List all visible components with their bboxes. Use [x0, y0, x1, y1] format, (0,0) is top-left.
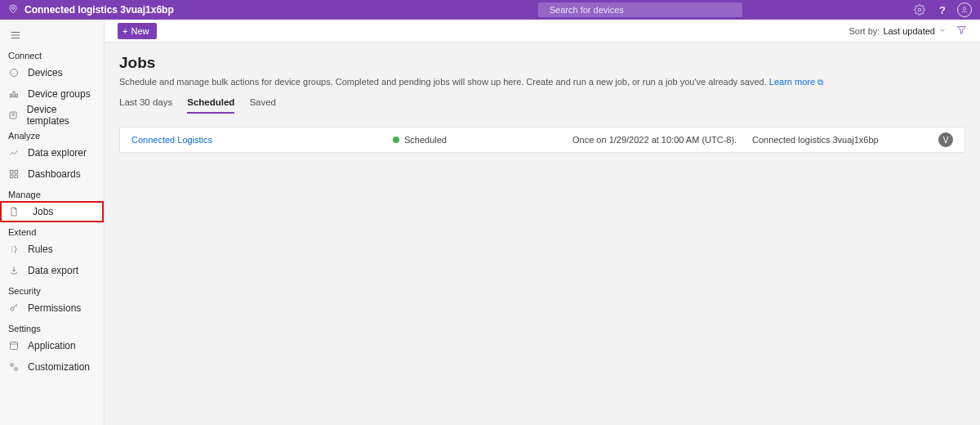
- job-status: Scheduled: [393, 135, 572, 145]
- sidebar-item-label: Rules: [28, 244, 53, 255]
- job-status-text: Scheduled: [404, 135, 447, 145]
- sidebar-item-label: Customization: [28, 361, 90, 373]
- sidebar-item-label: Jobs: [28, 206, 53, 217]
- sidebar-item-data-explorer[interactable]: Data explorer: [0, 142, 104, 163]
- tabs: Last 30 days Scheduled Saved: [119, 97, 965, 114]
- permissions-icon: [8, 302, 20, 314]
- sort-by-dropdown[interactable]: Sort by: Last updated: [849, 26, 947, 36]
- sidebar-item-label: Devices: [28, 67, 63, 78]
- customization-icon: [8, 361, 20, 373]
- dashboards-icon: [8, 168, 20, 180]
- external-link-icon: ⧉: [815, 78, 823, 87]
- svg-rect-8: [15, 175, 18, 178]
- pin-icon: [8, 4, 18, 16]
- sidebar-item-label: Device templates: [27, 104, 96, 127]
- sort-by-prefix: Sort by:: [849, 26, 880, 36]
- job-owner-avatar: V: [938, 132, 953, 147]
- topbar: Connected logistics 3vuaj1x6bp Search fo…: [0, 0, 980, 20]
- svg-point-2: [963, 7, 965, 10]
- sidebar-item-label: Data export: [28, 265, 78, 276]
- sidebar-item-label: Application: [28, 340, 76, 351]
- templates-icon: [8, 110, 19, 121]
- new-button[interactable]: + New: [118, 23, 157, 39]
- app-title: Connected logistics 3vuaj1x6bp: [24, 4, 174, 16]
- job-app-name: Connected logistics 3vuaj1x6bp: [752, 135, 938, 145]
- svg-point-3: [11, 69, 18, 77]
- export-icon: [8, 265, 20, 276]
- sidebar-item-label: Device groups: [28, 88, 91, 100]
- page-title: Jobs: [119, 54, 965, 72]
- sidebar-item-jobs[interactable]: Jobs: [0, 201, 104, 222]
- rules-icon: [8, 244, 20, 255]
- application-icon: [8, 340, 20, 351]
- main: + New Sort by: Last updated Jobs Schedul…: [105, 20, 980, 425]
- device-groups-icon: [8, 88, 20, 100]
- sidebar: Connect Devices Device groups Device tem…: [0, 20, 105, 425]
- svg-point-0: [12, 7, 15, 9]
- sidebar-item-device-templates[interactable]: Device templates: [0, 105, 104, 126]
- svg-rect-5: [11, 171, 14, 174]
- sidebar-group-connect: Connect: [0, 46, 104, 62]
- tab-last-30-days[interactable]: Last 30 days: [119, 97, 172, 114]
- filter-icon[interactable]: [956, 25, 967, 38]
- svg-rect-10: [11, 342, 18, 350]
- sidebar-item-label: Dashboards: [28, 168, 81, 180]
- sidebar-item-device-groups[interactable]: Device groups: [0, 83, 104, 105]
- tab-saved[interactable]: Saved: [249, 97, 276, 114]
- sidebar-item-label: Permissions: [28, 302, 81, 314]
- svg-point-9: [11, 307, 14, 311]
- learn-more-link[interactable]: Learn more: [769, 77, 815, 87]
- sidebar-group-analyze: Analyze: [0, 126, 104, 142]
- plus-icon: +: [122, 26, 127, 36]
- sort-by-value: Last updated: [883, 26, 935, 36]
- sidebar-group-security: Security: [0, 281, 104, 298]
- commandbar: + New Sort by: Last updated: [105, 20, 980, 42]
- devices-icon: [8, 67, 20, 78]
- sidebar-group-manage: Manage: [0, 185, 104, 201]
- svg-point-1: [918, 8, 921, 11]
- search-input[interactable]: Search for devices: [538, 2, 742, 17]
- sidebar-group-extend: Extend: [0, 222, 104, 239]
- settings-icon[interactable]: [911, 2, 928, 18]
- svg-rect-6: [15, 171, 18, 174]
- job-schedule: Once on 1/29/2022 at 10:00 AM (UTC-8).: [572, 135, 752, 145]
- sidebar-item-devices[interactable]: Devices: [0, 62, 104, 83]
- job-name-link[interactable]: Connected Logistics: [131, 135, 393, 145]
- new-button-label: New: [131, 26, 149, 36]
- sidebar-item-customization[interactable]: Customization: [0, 356, 104, 378]
- sidebar-item-rules[interactable]: Rules: [0, 239, 104, 260]
- job-row[interactable]: Connected Logistics Scheduled Once on 1/…: [119, 127, 965, 153]
- sidebar-item-data-export[interactable]: Data export: [0, 260, 104, 281]
- page-description-text: Schedule and manage bulk actions for dev…: [119, 77, 769, 87]
- sidebar-item-dashboards[interactable]: Dashboards: [0, 163, 104, 185]
- jobs-icon: [8, 206, 20, 217]
- sidebar-item-permissions[interactable]: Permissions: [0, 298, 104, 319]
- explorer-icon: [8, 147, 20, 159]
- help-icon[interactable]: ?: [934, 2, 951, 18]
- sidebar-item-label: Data explorer: [28, 147, 87, 159]
- hamburger-icon[interactable]: [0, 25, 104, 46]
- page-description: Schedule and manage bulk actions for dev…: [119, 77, 965, 87]
- tab-scheduled[interactable]: Scheduled: [187, 97, 234, 114]
- sidebar-item-application[interactable]: Application: [0, 335, 104, 356]
- status-dot-icon: [393, 136, 399, 143]
- chevron-down-icon: [938, 26, 947, 36]
- search-placeholder: Search for devices: [550, 5, 624, 15]
- svg-rect-7: [11, 175, 14, 178]
- account-icon[interactable]: [957, 2, 972, 17]
- sidebar-group-settings: Settings: [0, 319, 104, 335]
